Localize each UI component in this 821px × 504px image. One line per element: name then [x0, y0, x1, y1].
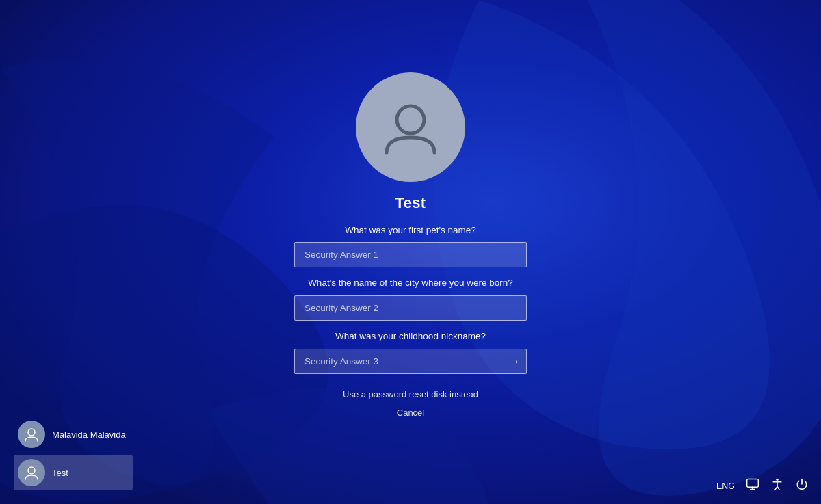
- language-indicator: ENG: [716, 481, 735, 491]
- security-answer-3-wrapper: →: [294, 349, 527, 374]
- user-name-malavida: Malavida Malavida: [52, 429, 126, 440]
- cancel-button[interactable]: Cancel: [397, 408, 424, 418]
- security-answer-3-input[interactable]: [294, 349, 527, 374]
- power-icon[interactable]: [795, 477, 809, 494]
- reset-disk-link[interactable]: Use a password reset disk instead: [343, 389, 478, 399]
- username-label: Test: [395, 194, 426, 212]
- svg-point-5: [776, 479, 778, 481]
- security-answer-2-input[interactable]: [294, 295, 527, 321]
- user-name-test: Test: [52, 468, 68, 478]
- accessibility-icon[interactable]: [770, 477, 784, 494]
- user-item-test[interactable]: Test: [14, 455, 133, 490]
- avatar: [356, 72, 465, 182]
- user-list: Malavida Malavida Test: [14, 416, 133, 490]
- display-icon[interactable]: [746, 477, 759, 494]
- user-avatar-test-icon: [23, 464, 40, 481]
- security-question-3: What was your childhood nickname?: [294, 330, 527, 343]
- security-answer-1-wrapper: [294, 242, 527, 267]
- svg-point-1: [397, 106, 424, 133]
- login-panel: Test What was your first pet's name? Wha…: [294, 72, 527, 419]
- security-answer-1-input[interactable]: [294, 242, 527, 267]
- system-tray: ENG: [716, 477, 809, 494]
- user-item-malavida[interactable]: Malavida Malavida: [14, 416, 133, 452]
- svg-rect-4: [747, 479, 759, 488]
- user-avatar-malavida-icon: [23, 426, 40, 442]
- svg-point-3: [28, 467, 35, 474]
- security-question-2: What's the name of the city where you we…: [294, 277, 527, 290]
- user-avatar-malavida: [18, 421, 45, 448]
- security-question-1: What was your first pet's name?: [294, 224, 527, 237]
- avatar-icon: [380, 96, 441, 158]
- svg-point-2: [28, 429, 35, 436]
- user-avatar-test: [18, 459, 45, 486]
- security-answer-2-wrapper: [294, 295, 527, 321]
